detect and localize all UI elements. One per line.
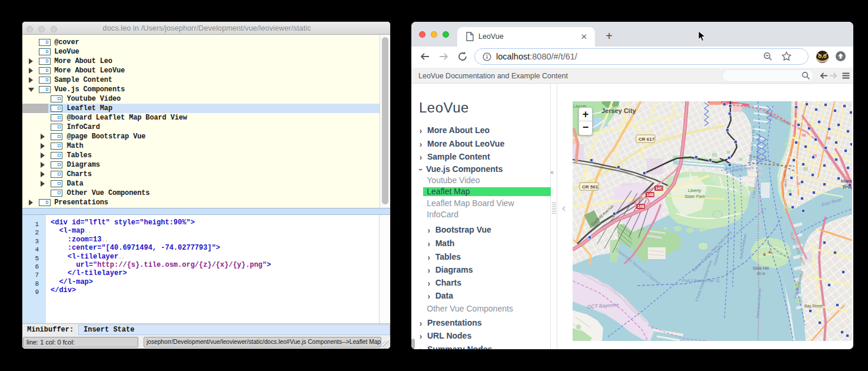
- svg-text:Slide Hill: Slide Hill: [753, 266, 769, 270]
- svg-text:Jersey City: Jersey City: [601, 107, 637, 114]
- svg-text:Brid: Brid: [843, 184, 851, 190]
- svg-text:CR 617: CR 617: [638, 137, 655, 142]
- svg-text:14C: 14C: [656, 186, 663, 190]
- svg-text:State Park: State Park: [684, 194, 706, 199]
- svg-text:Bay Street: Bay Street: [804, 304, 823, 309]
- svg-text:CR 501: CR 501: [582, 184, 598, 190]
- svg-text:40 m: 40 m: [757, 271, 765, 276]
- svg-text:14B: 14B: [647, 193, 654, 197]
- svg-text:14B: 14B: [637, 204, 644, 208]
- svg-text:Liberty: Liberty: [688, 188, 702, 193]
- svg-text:Manh: Manh: [841, 178, 852, 184]
